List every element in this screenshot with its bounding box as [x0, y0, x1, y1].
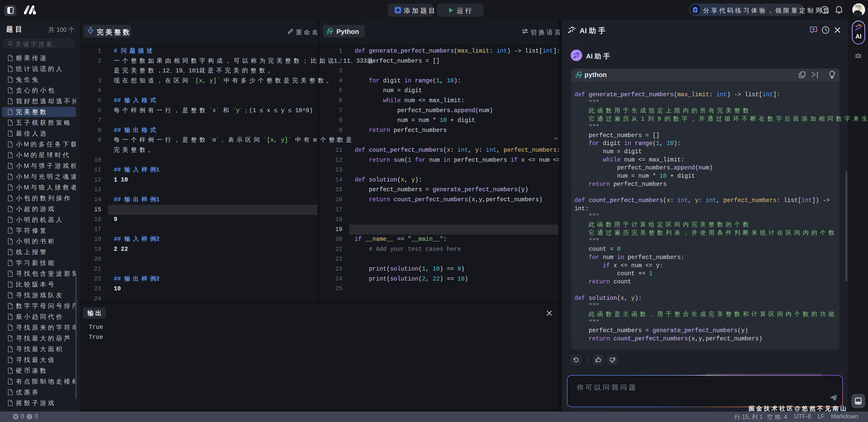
- svg-text:?: ?: [823, 8, 826, 12]
